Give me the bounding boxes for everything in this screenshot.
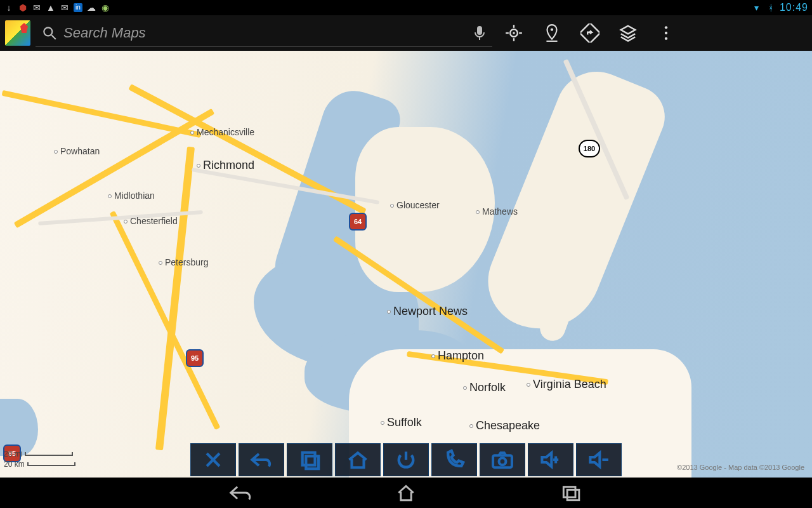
warning-icon: ▲ (46, 3, 56, 13)
city-label: Chesapeake (469, 419, 540, 432)
search-icon[interactable] (36, 25, 63, 41)
svg-rect-2 (477, 26, 482, 35)
city-label: Richmond (197, 159, 254, 172)
scale-miles: 20 mi (4, 450, 22, 458)
search-field-container (36, 19, 492, 47)
svg-rect-22 (567, 490, 579, 500)
svg-point-14 (665, 37, 667, 40)
city-label: Mathews (476, 206, 518, 217)
city-label: Midlothian (108, 190, 155, 201)
city-label: Virginia Beach (527, 378, 606, 391)
city-label: Hampton (431, 349, 484, 363)
nav-recent-button[interactable] (552, 481, 590, 504)
home-button[interactable] (335, 443, 381, 476)
city-label: Petersburg (159, 257, 208, 267)
svg-rect-21 (563, 487, 575, 497)
cloud-icon: ☁ (86, 3, 96, 13)
camera-button[interactable] (480, 443, 525, 476)
status-right-cluster: ▾ ᚼ 10:49 (752, 2, 808, 13)
nav-back-button[interactable] (222, 481, 260, 504)
city-label: Newport News (387, 305, 468, 318)
voice-search-icon[interactable] (467, 25, 492, 41)
svg-point-4 (513, 32, 515, 34)
places-button[interactable] (535, 20, 568, 46)
volume-up-button[interactable] (528, 443, 573, 476)
mail-icon: ✉ (32, 3, 42, 13)
android-icon: ◉ (100, 3, 110, 13)
scale-km: 20 km (4, 460, 25, 469)
maps-action-bar (0, 15, 812, 51)
svg-line-1 (51, 35, 56, 39)
svg-point-20 (499, 458, 506, 465)
svg-point-13 (665, 32, 667, 34)
search-input[interactable] (63, 25, 467, 41)
city-label: Chesterfield (124, 216, 178, 226)
power-button[interactable] (383, 443, 429, 476)
my-location-button[interactable] (497, 20, 530, 46)
map-canvas[interactable]: 649585180 RichmondNewport NewsHamptonNor… (0, 51, 812, 508)
call-button[interactable] (431, 443, 477, 476)
svg-point-9 (551, 29, 553, 31)
svg-point-12 (665, 26, 667, 29)
svg-point-0 (44, 27, 52, 36)
city-label: Mechanicsville (190, 127, 254, 137)
download-icon: ↓ (4, 3, 14, 13)
svg-rect-17 (303, 453, 315, 465)
bluetooth-icon: ᚼ (766, 3, 776, 13)
interstate-shield: 95 (186, 349, 204, 367)
overflow-menu-button[interactable] (650, 20, 683, 46)
mail-icon: ✉ (60, 3, 70, 13)
google-maps-app-icon[interactable] (5, 20, 30, 46)
recent-button[interactable] (287, 443, 332, 476)
status-clock: 10:49 (780, 2, 808, 13)
back-button[interactable] (239, 443, 284, 476)
softkey-widget-bar (190, 443, 622, 476)
android-nav-bar (0, 478, 812, 508)
wifi-icon: ▾ (752, 3, 762, 13)
volume-down-button[interactable] (576, 443, 622, 476)
city-label: Norfolk (463, 381, 506, 394)
shield-icon: ⬢ (18, 3, 28, 13)
city-label: Gloucester (390, 200, 440, 210)
status-left-cluster: ↓ ⬢ ✉ ▲ ✉ in ☁ ◉ (4, 3, 110, 13)
android-status-bar: ↓ ⬢ ✉ ▲ ✉ in ☁ ◉ ▾ ᚼ 10:49 (0, 0, 812, 15)
nav-home-button[interactable] (387, 481, 425, 504)
directions-button[interactable] (573, 20, 606, 46)
city-label: Suffolk (381, 416, 422, 429)
route-shield: 180 (579, 140, 600, 157)
city-label: Powhatan (54, 146, 100, 156)
map-scale: 20 mi 20 km (4, 450, 75, 469)
svg-rect-18 (306, 456, 318, 469)
layers-button[interactable] (612, 20, 645, 46)
interstate-shield: 64 (349, 213, 367, 231)
map-attribution: ©2013 Google - Map data ©2013 Google (677, 464, 804, 471)
close-button[interactable] (190, 443, 236, 476)
linkedin-icon: in (74, 3, 82, 12)
